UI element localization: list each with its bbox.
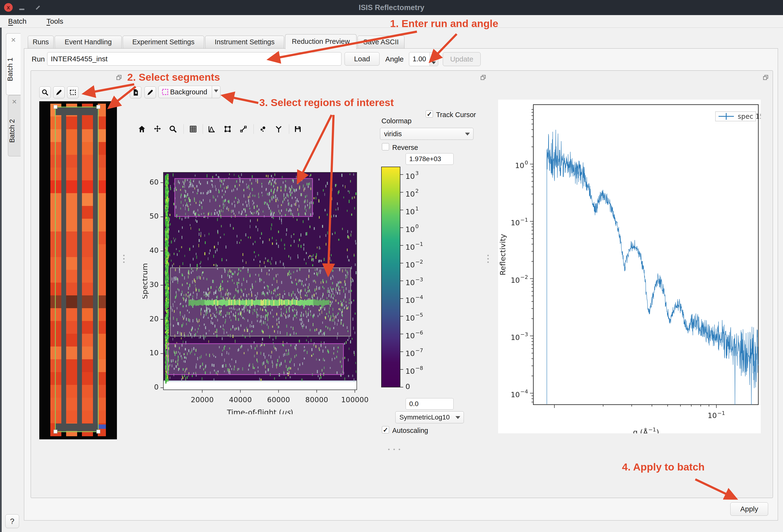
colorbar: [379, 165, 460, 401]
run-label: Run: [32, 55, 45, 63]
mpl-pan-button[interactable]: [152, 123, 163, 135]
mpl-peaks-button[interactable]: [207, 123, 217, 135]
tab-experiment-settings[interactable]: Experiment Settings: [123, 36, 204, 48]
track-cursor-checkbox[interactable]: ✓: [426, 110, 433, 118]
mpl-transform-button[interactable]: [222, 123, 233, 135]
edit-icon: [147, 89, 154, 96]
annotation-3: 3. Select regions of interest: [259, 97, 394, 108]
tab-label: Event Handling: [65, 36, 112, 48]
edit-button[interactable]: [53, 87, 65, 98]
fork-icon: [274, 125, 283, 133]
mpl-line-segment-button[interactable]: [238, 123, 249, 135]
help-button[interactable]: ?: [5, 514, 19, 528]
annotation-1: 1. Enter run and angle: [390, 18, 498, 29]
load-button[interactable]: Load: [345, 52, 379, 66]
edit-icon: [55, 89, 63, 96]
background-roi-icon: [161, 88, 169, 96]
close-icon[interactable]: ✕: [8, 98, 21, 106]
spin-up-icon[interactable]: [432, 54, 436, 57]
batch-tab-label: Batch 1: [6, 47, 21, 92]
edit-button[interactable]: [145, 87, 156, 98]
chevron-down-icon: [214, 90, 218, 92]
menu-item-tools[interactable]: Tools: [44, 17, 66, 26]
close-icon[interactable]: x: [4, 3, 13, 12]
tab-runs[interactable]: Runs: [28, 36, 54, 48]
tab-save-ascii[interactable]: Save ASCII: [357, 36, 404, 48]
close-icon[interactable]: ✕: [6, 36, 21, 44]
title-bar: x ISIS Reflectometry: [0, 0, 783, 15]
reflectivity-plot[interactable]: [498, 100, 761, 433]
run-input[interactable]: [47, 52, 341, 66]
colorbar-max-input[interactable]: [406, 153, 453, 165]
splitter-handle[interactable]: [487, 253, 489, 265]
export-button[interactable]: [130, 87, 142, 98]
window-frame-left: [0, 28, 2, 532]
angle-spinner[interactable]: 1.00: [409, 52, 438, 66]
tab-reduction-preview[interactable]: Reduction Preview: [285, 34, 356, 49]
zoom-button[interactable]: [39, 87, 51, 98]
detach-icon[interactable]: [480, 74, 486, 81]
zoom-icon: [41, 89, 49, 96]
detector-image[interactable]: [39, 101, 117, 439]
batch-tab-2[interactable]: ✕Batch 2: [8, 95, 21, 156]
grid-icon: [189, 125, 197, 133]
roi-selector-dropdown-button[interactable]: [212, 86, 220, 98]
roi-selector-value: Background: [170, 88, 207, 96]
export-icon: [132, 89, 139, 96]
window-title: ISIS Reflectometry: [0, 0, 783, 15]
colormap-value: viridis: [384, 128, 402, 140]
tab-label: Runs: [33, 36, 49, 48]
track-cursor-label: Track Cursor: [436, 111, 476, 119]
toolbar-separator: [253, 124, 254, 134]
angle-spinner-arrows[interactable]: [430, 53, 438, 66]
chevron-down-icon: [465, 133, 470, 135]
tab-instrument-settings[interactable]: Instrument Settings: [205, 36, 284, 48]
line-segment-icon: [239, 125, 248, 133]
tab-event-handling[interactable]: Event Handling: [55, 36, 122, 48]
mpl-home-button[interactable]: [136, 123, 147, 135]
restore-icon[interactable]: [35, 5, 40, 10]
home-icon: [137, 125, 146, 133]
roi-type-selector[interactable]: Background: [158, 86, 212, 98]
splitter-handle[interactable]: [123, 253, 125, 265]
autoscaling-label: Autoscaling: [392, 427, 428, 435]
spin-down-icon[interactable]: [432, 62, 436, 64]
angle-value: 1.00: [413, 53, 426, 65]
colorbar-min-input[interactable]: [406, 398, 453, 410]
transform-icon: [223, 125, 232, 133]
tab-label: Save ASCII: [363, 36, 399, 48]
annotation-2: 2. Select segments: [127, 71, 220, 83]
save-icon: [293, 125, 302, 133]
mpl-grid-button[interactable]: [188, 123, 198, 135]
peaks-icon: [208, 125, 216, 133]
scale-value: SymmetricLog10: [399, 411, 450, 423]
autoscaling-checkbox[interactable]: ✓: [382, 426, 389, 433]
mpl-fork-button[interactable]: [273, 123, 284, 135]
angle-label: Angle: [385, 55, 404, 63]
colormap-select[interactable]: viridis: [380, 128, 473, 140]
menu-item-batch[interactable]: Batch: [6, 17, 29, 26]
mpl-zoom-button[interactable]: [168, 123, 178, 135]
detach-icon[interactable]: [762, 74, 769, 81]
detach-icon[interactable]: [116, 74, 122, 81]
chevron-down-icon: [456, 416, 460, 419]
batch-tab-label: Batch 2: [8, 109, 21, 153]
minimize-icon[interactable]: [19, 9, 25, 10]
tab-label: Experiment Settings: [132, 36, 194, 48]
zoom-icon: [169, 125, 177, 133]
mpl-save-button[interactable]: [292, 123, 303, 135]
splitter-handle[interactable]: [386, 449, 402, 450]
tab-label: Reduction Preview: [292, 34, 350, 48]
colormap-label: Colormap: [381, 117, 412, 125]
update-button[interactable]: Update: [443, 52, 481, 66]
annotation-4: 4. Apply to batch: [622, 461, 704, 473]
tof-spectrum-heatmap[interactable]: [143, 165, 370, 414]
mpl-scatter-button[interactable]: [257, 123, 268, 135]
batch-tab-1[interactable]: ✕Batch 1: [6, 33, 21, 95]
apply-button[interactable]: Apply: [730, 502, 768, 516]
reverse-checkbox[interactable]: [382, 143, 389, 151]
scatter-icon: [258, 125, 267, 133]
tab-label: Instrument Settings: [215, 36, 275, 48]
scale-select[interactable]: SymmetricLog10: [395, 411, 464, 423]
rect-select-button[interactable]: [67, 87, 79, 98]
